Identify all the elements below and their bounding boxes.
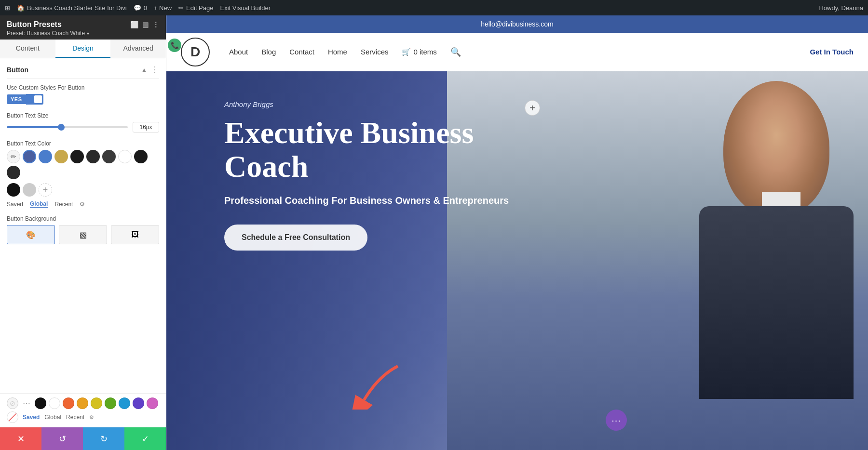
panel-title-icons: ⬜ ▥ ⋮ [130,21,159,28]
dots-icon[interactable]: ⋮ [152,21,159,28]
site-name-bar[interactable]: 🏠 Business Coach Starter Site for Divi [17,4,127,12]
color-swatches-row2: + [7,183,159,197]
bottom-swatch-blue[interactable] [119,397,130,409]
hero-section: + Anthony Briggs Executive Business Coac… [166,71,868,450]
bottom-swatch-pink[interactable] [147,397,158,409]
wp-admin-bar: ⊞ 🏠 Business Coach Starter Site for Divi… [0,0,868,15]
bottom-swatch-black[interactable] [35,397,46,409]
section-title: Button [7,66,28,74]
edit-page-bar[interactable]: ✏ Edit Page [178,4,213,12]
bottom-swatch-red[interactable] [63,397,74,409]
bottom-swatch-purple[interactable] [133,397,144,409]
site-logo: D [181,38,210,66]
bottom-tab-saved[interactable]: Saved [23,414,40,421]
section-collapse-icon[interactable]: ▲ [141,66,147,73]
comment-icon: 💬 [134,4,141,12]
slider-thumb[interactable] [58,124,65,131]
bottom-swatch-white[interactable] [49,397,60,409]
howdy-bar[interactable]: Howdy, Deanna [819,4,863,12]
swatch-blue1[interactable] [23,150,36,163]
panel-title-text: Button Presets [7,20,62,29]
redo-button[interactable]: ↻ [83,427,124,450]
fullscreen-icon[interactable]: ⬜ [130,21,138,28]
new-button[interactable]: + New [154,4,172,12]
save-button[interactable]: ✓ [124,427,166,450]
color-pen-icon[interactable]: ✏ [7,150,20,163]
bg-color-option[interactable]: 🎨 [7,225,55,244]
color-tab-saved[interactable]: Saved [7,201,23,208]
panel-header: Button Presets ⬜ ▥ ⋮ Preset: Business Co… [0,15,166,40]
hero-author: Anthony Briggs [224,100,552,108]
bottom-tab-global[interactable]: Global [44,414,61,421]
custom-styles-field: Use Custom Styles For Button YES [7,84,159,105]
swatch-dark3[interactable] [102,150,116,163]
add-color-icon[interactable]: + [39,183,52,197]
nav-cart[interactable]: 🛒 0 items [402,48,436,56]
toggle-switch[interactable] [26,94,43,105]
wp-logo[interactable]: ⊞ [5,4,10,12]
nav-blog[interactable]: Blog [261,48,276,56]
tab-advanced[interactable]: Advanced [110,40,166,58]
bottom-gear-icon[interactable]: ⚙ [89,414,94,421]
button-section-header: Button ▲ ⋮ [7,65,159,79]
clear-swatch[interactable] [7,397,18,409]
swatch-dark5[interactable] [7,166,20,179]
bg-image-option[interactable]: 🖼 [111,225,159,244]
site-email-bar: hello@divibusiness.com [166,15,868,33]
color-tab-global[interactable]: Global [30,200,48,208]
hero-subtitle: Professional Coaching For Business Owner… [224,194,552,207]
bottom-swatch-yellow[interactable] [91,397,102,409]
columns-icon[interactable]: ▥ [142,21,149,28]
cancel-button[interactable]: ✕ [0,427,41,450]
slider-value[interactable]: 16px [133,122,159,132]
email-link[interactable]: hello@divibusiness.com [481,20,553,28]
text-color-field: Button Text Color ✏ + [7,140,159,208]
more-options-button[interactable]: ··· [606,410,627,431]
panel-title-row: Button Presets ⬜ ▥ ⋮ [7,20,159,29]
color-gear-icon[interactable]: ⚙ [80,201,85,208]
nav-home[interactable]: Home [328,48,347,56]
bottom-tab-recent[interactable]: Recent [66,414,84,421]
bottom-swatch-orange[interactable] [77,397,88,409]
more-swatches-icon[interactable]: ⋯ [21,397,32,409]
swatch-dark4[interactable] [134,150,148,163]
text-size-field: Button Text Size 16px [7,112,159,132]
color-tab-recent[interactable]: Recent [54,201,73,208]
site-cta-button[interactable]: Get In Touch [810,48,854,56]
bg-gradient-option[interactable]: ▧ [59,225,107,244]
panel-subtitle: Preset: Business Coach White ▾ [7,30,159,37]
site-header: D About Blog Contact Home Services 🛒 0 i… [166,33,868,71]
panel-footer: ✕ ↺ ↻ ✓ [0,427,166,450]
undo-button[interactable]: ↺ [41,427,83,450]
swatch-dark2[interactable] [86,150,100,163]
nav-contact[interactable]: Contact [289,48,314,56]
divi-phone-icon[interactable]: 📞 [168,39,181,52]
add-module-button[interactable]: + [525,100,540,116]
comments-bar[interactable]: 💬 0 [134,4,147,12]
nav-services[interactable]: Services [361,48,389,56]
bg-color-icon: 🎨 [26,230,36,239]
site-nav: About Blog Contact Home Services 🛒 0 ite… [229,47,461,57]
exit-builder-bar[interactable]: Exit Visual Builder [220,4,271,12]
bg-image-icon: 🖼 [131,230,139,239]
swatch-gold[interactable] [54,150,68,163]
tab-content[interactable]: Content [0,40,55,58]
bottom-swatch-green[interactable] [105,397,116,409]
swatch-dark1[interactable] [70,150,84,163]
swatch-black[interactable] [7,183,20,197]
bottom-tabs: Saved Global Recent ⚙ [23,414,94,421]
color-tabs: Saved Global Recent ⚙ [7,200,159,208]
bg-options: 🎨 ▧ 🖼 [7,225,159,244]
swatch-gray[interactable] [23,183,36,197]
tab-design[interactable]: Design [55,40,111,58]
section-menu-icon[interactable]: ⋮ [151,65,159,74]
nav-about[interactable]: About [229,48,248,56]
text-size-label: Button Text Size [7,112,159,119]
bottom-swatch-slash[interactable] [7,411,18,423]
hero-cta-button[interactable]: Schedule a Free Consultation [224,225,367,251]
button-bg-field: Button Background 🎨 ▧ 🖼 [7,215,159,244]
search-icon[interactable]: 🔍 [450,47,461,57]
slider-track[interactable] [7,126,128,128]
swatch-blue2[interactable] [39,150,52,163]
swatch-white[interactable] [118,150,132,163]
